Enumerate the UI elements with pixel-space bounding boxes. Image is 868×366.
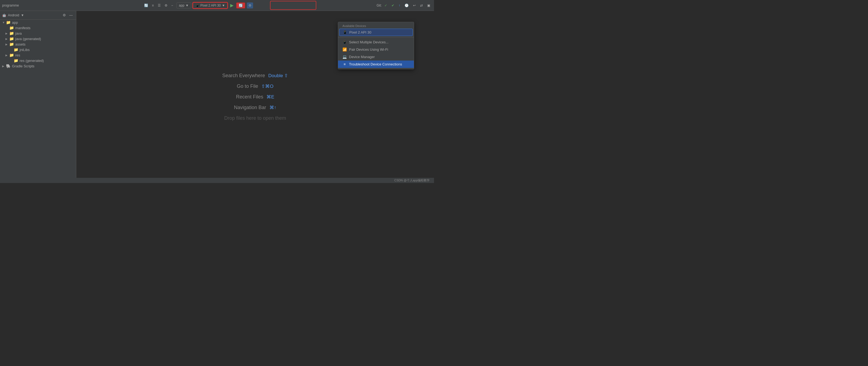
sidebar-header-left: 🤖 Android ▼ [2,13,24,17]
git-undo-icon: ↩ [413,4,416,7]
android-settings-btn[interactable]: ⚙ [163,2,169,8]
folder-icon: 📁 [9,31,14,35]
dropdown-item-troubleshoot[interactable]: ≡ Troubleshoot Device Connections [338,60,414,68]
gradle-icon: 🐘 [6,64,11,68]
status-text: CSDN @个人app编程教学 [394,179,430,182]
tree-label-res: res [15,53,20,57]
git-extra-icon: ⇄ [420,4,423,7]
tree-item-assets[interactable]: ▶ 📁 assets [0,41,76,47]
device-dropdown-menu: Available Devices 📱 Pixel 2 API 30 📱 Sel… [338,22,414,69]
sync-icon: 🔄 [239,4,243,7]
android-menu-btn[interactable]: ☰ [156,2,162,8]
app-title: programme [2,4,19,7]
run-config-button[interactable]: app ▼ [177,2,191,8]
dropdown-label-wifi: Pair Devices Using Wi-Fi [349,48,388,52]
device-selector-button[interactable]: 📱 Pixel 2 API 30 ▼ [193,2,228,8]
android-minus-btn[interactable]: − [170,2,175,8]
arrow-icon: ▶ [2,65,6,68]
git-area: Git: ✓ ✔ ↑ 🕐 ↩ ⇄ ▣ [376,2,432,8]
dropdown-section-label: Available Devices [338,23,414,28]
troubleshoot-icon: ≡ [342,62,347,66]
android-sync-btn[interactable]: 🔄 [143,2,150,8]
hint-shortcut-search: Double ⇧ [268,73,288,79]
hint-row-recent: Recent Files ⌘E [222,94,288,100]
active-config-button[interactable]: ⚙ [247,2,253,8]
device-manager-icon: 💻 [342,55,347,59]
tree-item-java-generated[interactable]: ▶ 📁 java (generated) [0,36,76,41]
dropdown-label-device-manager: Device Manager [349,55,375,59]
toolbar-right: Git: ✓ ✔ ↑ 🕐 ↩ ⇄ ▣ [376,2,432,8]
wifi-icon: 📶 [342,48,347,52]
tree-label-manifests: manifests [15,26,31,30]
git-history-btn[interactable]: 🕐 [403,2,410,8]
folder-icon: 📁 [13,58,19,63]
git-push-btn[interactable]: ↑ [397,2,402,8]
sync-gradle-button[interactable]: 🔄 [236,2,245,8]
hint-label-goto: Go to File [237,83,258,89]
git-terminal-btn[interactable]: ▣ [426,2,432,8]
git-tick-icon: ✔ [392,4,394,7]
tree-label-java-generated: java (generated) [15,37,41,41]
sidebar-header: 🤖 Android ▼ ⚙ — [0,11,76,20]
tree-item-java[interactable]: ▶ 📁 java [0,31,76,36]
git-check-icon: ✓ [384,4,387,7]
hint-shortcut-goto: ⇧⌘O [261,83,273,89]
run-config-label: app [179,4,184,7]
tree-item-res[interactable]: ▶ 📁 res [0,52,76,58]
device-label: Pixel 2 API 30 [200,4,221,7]
hint-row-search: Search Everywhere Double ⇧ [222,73,288,79]
content-area: Search Everywhere Double ⇧ Go to File ⇧⌘… [76,11,434,183]
hint-label-drop: Drop files here to open them [224,115,286,121]
tree-label-res-generated: res (generated) [20,59,44,63]
git-undo-btn[interactable]: ↩ [411,2,417,8]
hint-row-nav: Navigation Bar ⌘↑ [222,105,288,110]
run-button[interactable]: ▶ [229,2,235,8]
tree-item-res-generated[interactable]: 📁 res (generated) [0,58,76,63]
sidebar-title: Android [8,13,19,17]
arrow-icon: ▶ [5,43,9,46]
sidebar-dropdown-icon: ▼ [21,13,24,17]
hint-shortcut-nav: ⌘↑ [270,105,277,110]
multiple-devices-icon: 📱 [342,40,347,44]
git-check-btn[interactable]: ✓ [383,2,389,8]
dropdown-item-wifi[interactable]: 📶 Pair Devices Using Wi-Fi [338,46,414,53]
arrow-icon: ▶ [5,37,9,40]
dropdown-selected-label: Pixel 2 API 30 [349,30,371,34]
device-icon: 📱 [195,4,199,7]
sidebar-header-right: ⚙ — [62,12,74,18]
tree-item-manifests[interactable]: 📁 manifests [0,25,76,31]
status-bar: CSDN @个人app编程教学 [0,178,434,183]
dropdown-selected-device[interactable]: 📱 Pixel 2 API 30 [339,29,413,36]
folder-icon: 📁 [6,20,11,25]
arrow-icon: ▼ [2,21,6,24]
hint-label-nav: Navigation Bar [234,105,266,110]
tree-label-app: app [12,21,18,25]
dropdown-item-device-manager[interactable]: 💻 Device Manager [338,53,414,60]
sidebar: 🤖 Android ▼ ⚙ — ▼ 📁 app 📁 manifests ▶ 📁 … [0,11,76,183]
git-terminal-icon: ▣ [427,4,430,7]
android-logo-icon: 🤖 [2,13,6,17]
toolbar-left: programme [2,4,19,7]
run-config-dropdown-icon: ▼ [186,4,189,7]
hint-shortcut-recent: ⌘E [267,94,274,100]
tree-label-java: java [15,31,22,35]
arrow-icon: ▶ [5,54,9,57]
git-extra-btn[interactable]: ⇄ [418,2,425,8]
android-align-btn[interactable]: ≡ [150,2,156,8]
sidebar-collapse-btn[interactable]: — [68,12,74,18]
hint-label-recent: Recent Files [236,94,263,100]
folder-icon: 📁 [13,48,19,52]
sidebar-gear-btn[interactable]: ⚙ [62,12,67,18]
tree-item-app[interactable]: ▼ 📁 app [0,20,76,25]
tree-item-gradle[interactable]: ▶ 🐘 Gradle Scripts [0,63,76,69]
git-push-icon: ↑ [399,4,400,7]
toolbar-center: 🔄 ≡ ☰ ⚙ − app ▼ 📱 Pixel 2 API 30 ▼ ▶ 🔄 ⚙ [143,2,253,8]
git-tick-btn[interactable]: ✔ [390,2,396,8]
dropdown-label-multiple: Select Multiple Devices... [349,40,389,44]
dropdown-label-troubleshoot: Troubleshoot Device Connections [349,62,402,66]
tree-item-jnilibs[interactable]: 📁 jniLibs [0,47,76,52]
dropdown-item-multiple[interactable]: 📱 Select Multiple Devices... [338,38,414,46]
hint-row-goto: Go to File ⇧⌘O [222,83,288,89]
git-history-icon: 🕐 [405,4,409,7]
git-label: Git: [376,4,382,7]
